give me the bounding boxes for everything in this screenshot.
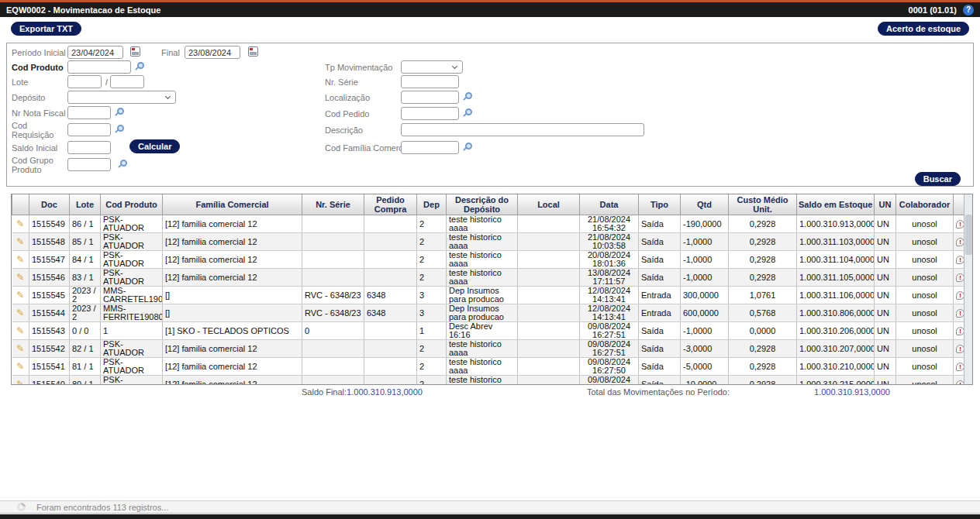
search-icon[interactable] <box>137 62 144 69</box>
column-header-qtd[interactable]: Qtd <box>681 194 729 215</box>
calendar-icon[interactable] <box>130 46 140 57</box>
descricao-input[interactable] <box>401 123 644 136</box>
edit-row-icon[interactable]: ✎ <box>16 379 24 386</box>
nr-serie-input[interactable] <box>401 75 459 88</box>
cell-tipo: Saída <box>639 269 681 287</box>
row-note-icon[interactable]: ! <box>956 363 964 371</box>
cell-familia_comercial: [] <box>163 287 302 304</box>
periodo-inicial-input[interactable] <box>67 46 123 59</box>
cell-un: UN <box>875 233 896 251</box>
column-header-dep[interactable]: Dep <box>417 194 447 215</box>
cod-familia-comercial-label: Cod Família Comercial <box>325 143 412 153</box>
cell-nr_serie <box>302 233 364 251</box>
cell-qtd: -3,0000 <box>681 340 729 358</box>
exportar-txt-button[interactable]: Exportar TXT <box>11 22 81 36</box>
note-cell: ! <box>954 269 964 287</box>
cell-local <box>518 322 580 340</box>
edit-row-icon[interactable]: ✎ <box>16 361 24 372</box>
cod-familia-comercial-input[interactable] <box>401 141 459 154</box>
row-note-icon[interactable]: ! <box>956 291 964 300</box>
column-header-pedido_compra[interactable]: Pedido Compra <box>364 194 417 215</box>
edit-row-icon[interactable]: ✎ <box>16 325 24 336</box>
acerto-estoque-button[interactable]: Acerto de estoque <box>878 22 969 36</box>
cod-grupo-produto-input[interactable] <box>67 158 111 171</box>
periodo-final-input[interactable] <box>185 46 240 59</box>
column-header-un[interactable]: UN <box>875 194 896 215</box>
help-icon[interactable]: ? <box>963 5 974 15</box>
cell-dep: 2 <box>417 233 447 251</box>
row-note-icon[interactable]: ! <box>956 309 964 318</box>
column-header-saldo_estoque[interactable]: Saldo em Estoque <box>797 194 875 215</box>
lote-sequencia-input[interactable] <box>110 75 144 88</box>
cell-dep: 2 <box>417 215 447 233</box>
search-icon[interactable] <box>465 143 472 150</box>
search-icon[interactable] <box>117 125 124 132</box>
tp-movimentacao-select[interactable] <box>401 60 463 74</box>
edit-row-icon[interactable]: ✎ <box>16 272 24 283</box>
column-header-local[interactable]: Local <box>518 194 580 215</box>
calcular-button[interactable]: Calcular <box>129 139 180 153</box>
row-note-icon[interactable]: ! <box>956 220 964 229</box>
calendar-icon[interactable] <box>248 46 258 57</box>
column-header-nr_serie[interactable]: Nr. Série <box>302 194 364 215</box>
row-note-icon[interactable]: ! <box>956 327 964 335</box>
row-note-icon[interactable]: ! <box>956 345 964 353</box>
cell-data: 13/08/2024 17:11:57 <box>580 269 639 287</box>
localizacao-input[interactable] <box>401 91 459 104</box>
lote-input[interactable] <box>67 75 102 88</box>
deposito-select[interactable] <box>67 91 176 104</box>
edit-row-icon[interactable]: ✎ <box>16 343 24 354</box>
edit-row-icon[interactable]: ✎ <box>16 218 24 229</box>
cell-doc: 1515549 <box>29 215 70 233</box>
search-icon[interactable] <box>120 160 127 167</box>
edit-row-icon[interactable]: ✎ <box>16 236 24 247</box>
vertical-scrollbar[interactable] <box>964 194 972 384</box>
search-icon[interactable] <box>117 108 124 115</box>
cell-doc: 1515547 <box>29 251 70 269</box>
cell-cod_produto: PSK-ATUADOR <box>101 269 163 287</box>
row-note-icon[interactable]: ! <box>956 238 964 246</box>
cell-saldo_estoque: 1.000.310.206,0000 <box>797 322 875 340</box>
table-row: ✎151554986 / 1PSK-ATUADOR[12] familia co… <box>12 215 964 233</box>
row-note-icon[interactable]: ! <box>956 273 964 282</box>
cell-dep: 2 <box>417 251 447 269</box>
cell-local <box>518 269 580 287</box>
cell-tipo: Entrada <box>639 304 681 322</box>
edit-row-icon[interactable]: ✎ <box>16 308 24 318</box>
cell-saldo_estoque: 1.000.311.104,0000 <box>797 251 875 269</box>
cod-pedido-input[interactable] <box>401 107 459 120</box>
search-icon[interactable] <box>465 92 472 99</box>
nr-nota-fiscal-input[interactable] <box>67 106 111 119</box>
column-header-doc[interactable]: Doc <box>29 194 70 215</box>
column-header-colaborador[interactable]: Colaborador <box>896 194 954 215</box>
column-header-lote[interactable]: Lote <box>70 194 101 215</box>
column-header-custo_medio[interactable]: Custo Médio Unit. <box>729 194 797 215</box>
row-note-icon[interactable]: ! <box>956 256 964 264</box>
cod-produto-input[interactable] <box>67 60 131 74</box>
column-header-tipo[interactable]: Tipo <box>639 194 681 215</box>
saldo-inicial-input[interactable] <box>67 141 111 154</box>
edit-cell: ✎ <box>12 233 29 251</box>
buscar-button[interactable]: Buscar <box>915 172 961 186</box>
row-note-icon[interactable]: ! <box>956 380 964 385</box>
scrollbar-thumb[interactable] <box>965 215 972 255</box>
note-column-header <box>954 194 964 215</box>
table-header-row: DocLoteCod ProdutoFamília ComercialNr. S… <box>12 194 964 215</box>
cell-pedido_compra <box>364 215 417 233</box>
search-icon[interactable] <box>465 108 472 115</box>
cell-lote: 0 / 0 <box>70 322 101 340</box>
table-row: ✎15155442023 / 2MMS-FERRITE190805[]RVC -… <box>12 304 964 322</box>
note-cell: ! <box>954 358 964 376</box>
cell-data: 20/08/2024 18:01:36 <box>580 251 639 269</box>
edit-row-icon[interactable]: ✎ <box>16 290 24 301</box>
cell-data: 09/08/2024 16:27:50 <box>580 376 639 386</box>
column-header-data[interactable]: Data <box>580 194 639 215</box>
chevron-down-icon <box>452 64 457 69</box>
column-header-desc_deposito[interactable]: Descrição do Depósito <box>447 194 518 215</box>
cell-custo_medio: 0,2928 <box>729 251 797 269</box>
cell-cod_produto: PSK-ATUADOR <box>101 358 163 376</box>
cod-requisicao-input[interactable] <box>67 123 111 136</box>
edit-row-icon[interactable]: ✎ <box>16 254 24 265</box>
column-header-cod_produto[interactable]: Cod Produto <box>101 194 163 215</box>
column-header-familia_comercial[interactable]: Família Comercial <box>163 194 302 215</box>
